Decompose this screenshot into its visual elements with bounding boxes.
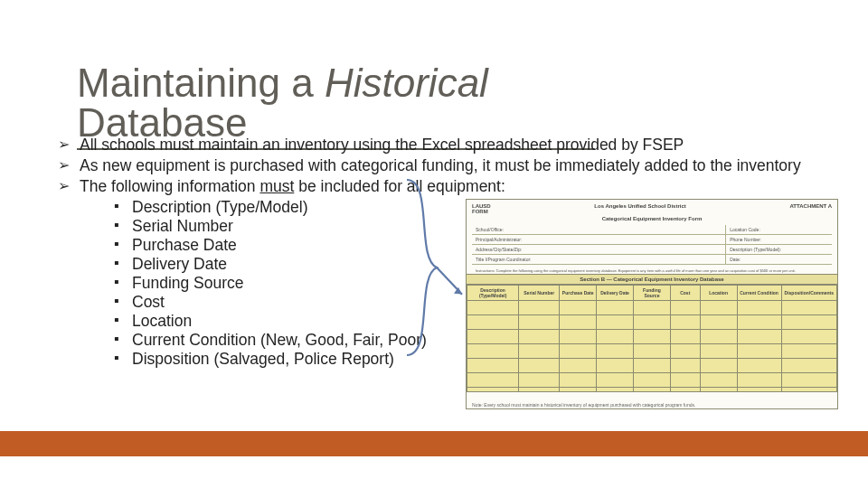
form-school-label: LAUSDFORM [472,203,491,216]
slide-bottom-bar [0,431,868,456]
col-cost: Cost [670,286,700,301]
subitem-8-text: Current Condition (New, Good, Fair, Poor… [132,331,427,349]
form-phone: Phone Number: [726,235,832,244]
subitem-3-text: Purchase Date [132,236,237,254]
form-address: Address/City/State/Zip: [472,245,726,254]
col-serial: Serial Number [519,286,560,301]
table-row [467,344,837,359]
form-table: Description (Type/Model) Serial Number P… [467,285,837,392]
bullet-3-underlined: must [259,177,294,195]
subitem-2-text: Serial Number [132,217,233,235]
subitem-6-text: Cost [132,293,165,311]
col-purchase-date: Purchase Date [560,286,597,301]
table-row [467,315,837,330]
subitem-1-text: Description (Type/Model) [132,198,308,216]
subitem-9-text: Disposition (Salvaged, Police Report) [132,350,394,368]
subitem-5-text: Funding Source [132,274,244,292]
table-row [467,301,837,315]
bullet-1-text: All schools must maintain an inventory u… [80,136,684,154]
col-location: Location [700,286,737,301]
bullet-2-text: As new equipment is purchased with categ… [80,156,801,174]
title-italic: Historical [325,61,488,105]
form-band-text: Section B — Categorical Equipment Invent… [580,277,723,282]
form-school-field: School/Office: [472,225,726,234]
form-footer-text: Note: Every school must maintain a histo… [472,402,695,408]
col-condition: Current Condition [737,286,781,301]
bullet-2: As new equipment is purchased with categ… [54,156,814,175]
form-location-code: Location Code: [726,225,832,234]
table-row [467,359,837,373]
col-description: Description (Type/Model) [467,286,519,301]
form-coordinator: Title I/Program Coordinator: [472,255,726,264]
form-attachment: ATTACHMENT A [789,203,832,216]
col-delivery-date: Delivery Date [597,286,634,301]
table-header-row: Description (Type/Model) Serial Number P… [467,286,837,301]
bullet-1: All schools must maintain an inventory u… [54,136,814,155]
col-disposition: Disposition/Comments [781,286,836,301]
subitem-7-text: Location [132,312,192,330]
form-date: Date: [726,255,832,264]
bullet-3-post: be included for all equipment: [294,177,505,195]
form-model: Description (Type/Model): [726,245,832,254]
form-instructions: Instructions: Complete the following usi… [472,265,832,276]
title-pre: Maintaining a [77,61,325,105]
form-footer: Note: Every school must maintain a histo… [467,392,837,409]
form-principal: Principal/Administrator: [472,235,726,244]
table-row [467,330,837,344]
col-funding: Funding Source [634,286,671,301]
inventory-form-thumbnail: LAUSDFORM Los Angeles Unified School Dis… [466,199,838,409]
form-title-text: Categorical Equipment Inventory Form [602,216,703,225]
form-district: Los Angeles Unified School District [491,203,790,216]
subitem-4-text: Delivery Date [132,255,227,273]
table-row [467,373,837,388]
bullet-3-pre: The following information [80,177,259,195]
form-header-section: LAUSDFORM Los Angeles Unified School Dis… [467,200,837,274]
